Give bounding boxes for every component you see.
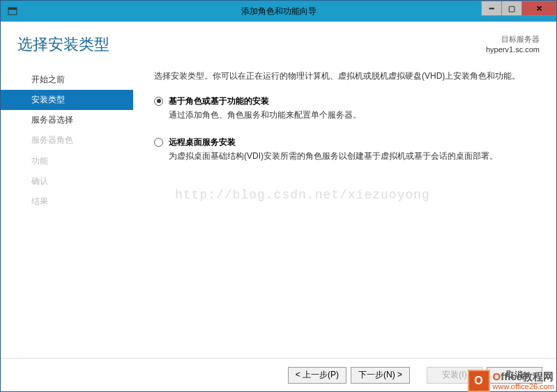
content: 选择安装类型。你可以在正在运行的物理计算机、虚拟机或脱机虚拟硬盘(VHD)上安装… bbox=[133, 63, 556, 358]
previous-button[interactable]: < 上一步(P) bbox=[288, 367, 346, 384]
close-button[interactable]: ✕ bbox=[521, 1, 556, 16]
app-icon bbox=[6, 5, 19, 17]
target-server: hyperv1.sc.com bbox=[486, 45, 540, 55]
footer: < 上一步(P) 下一步(N) > 安装(I) 取消 bbox=[1, 358, 556, 391]
sidebar-item-install-type[interactable]: 安装类型 bbox=[1, 90, 133, 110]
sidebar-item-results: 结果 bbox=[1, 191, 133, 212]
window-controls: ━ ▢ ✕ bbox=[482, 1, 556, 16]
sidebar: 开始之前 安装类型 服务器选择 服务器角色 功能 确认 结果 bbox=[1, 63, 133, 358]
radio-texts: 远程桌面服务安装 为虚拟桌面基础结构(VDI)安装所需的角色服务以创建基于虚拟机… bbox=[169, 136, 535, 162]
sidebar-item-confirm: 确认 bbox=[1, 171, 133, 191]
sidebar-item-server-roles: 服务器角色 bbox=[1, 130, 133, 150]
window-title: 添加角色和功能向导 bbox=[241, 6, 316, 17]
watermark-text: http://blog.csdn.net/xiezuoyong bbox=[175, 188, 430, 202]
radio-option-role-based[interactable]: 基于角色或基于功能的安装 通过添加角色、角色服务和功能来配置单个服务器。 bbox=[154, 95, 535, 121]
sidebar-item-features: 功能 bbox=[1, 151, 133, 171]
radio-desc: 通过添加角色、角色服务和功能来配置单个服务器。 bbox=[169, 109, 535, 121]
titlebar: 添加角色和功能向导 ━ ▢ ✕ bbox=[1, 1, 556, 22]
radio-icon[interactable] bbox=[154, 138, 163, 147]
maximize-button[interactable]: ▢ bbox=[501, 1, 522, 16]
sidebar-item-server-select[interactable]: 服务器选择 bbox=[1, 110, 133, 130]
radio-option-rds[interactable]: 远程桌面服务安装 为虚拟桌面基础结构(VDI)安装所需的角色服务以创建基于虚拟机… bbox=[154, 136, 535, 162]
target-label: 目标服务器 bbox=[486, 34, 540, 45]
radio-desc: 为虚拟桌面基础结构(VDI)安装所需的角色服务以创建基于虚拟机或基于会话的桌面部… bbox=[169, 150, 535, 162]
next-button[interactable]: 下一步(N) > bbox=[351, 367, 410, 384]
target-info: 目标服务器 hyperv1.sc.com bbox=[486, 34, 540, 56]
radio-texts: 基于角色或基于功能的安装 通过添加角色、角色服务和功能来配置单个服务器。 bbox=[169, 95, 535, 121]
radio-icon[interactable] bbox=[154, 97, 163, 106]
cancel-button[interactable]: 取消 bbox=[487, 367, 542, 384]
page-title: 选择安装类型 bbox=[17, 34, 109, 55]
sidebar-item-before-begin[interactable]: 开始之前 bbox=[1, 70, 133, 90]
body: 开始之前 安装类型 服务器选择 服务器角色 功能 确认 结果 选择安装类型。你可… bbox=[1, 63, 556, 358]
intro-text: 选择安装类型。你可以在正在运行的物理计算机、虚拟机或脱机虚拟硬盘(VHD)上安装… bbox=[154, 70, 535, 83]
radio-title: 远程桌面服务安装 bbox=[169, 136, 535, 148]
radio-title: 基于角色或基于功能的安装 bbox=[169, 95, 535, 107]
header: 选择安装类型 目标服务器 hyperv1.sc.com bbox=[1, 22, 556, 63]
wizard-window: 添加角色和功能向导 ━ ▢ ✕ 选择安装类型 目标服务器 hyperv1.sc.… bbox=[0, 0, 557, 392]
install-button: 安装(I) bbox=[427, 367, 482, 384]
minimize-button[interactable]: ━ bbox=[481, 1, 502, 16]
svg-rect-1 bbox=[8, 8, 17, 10]
